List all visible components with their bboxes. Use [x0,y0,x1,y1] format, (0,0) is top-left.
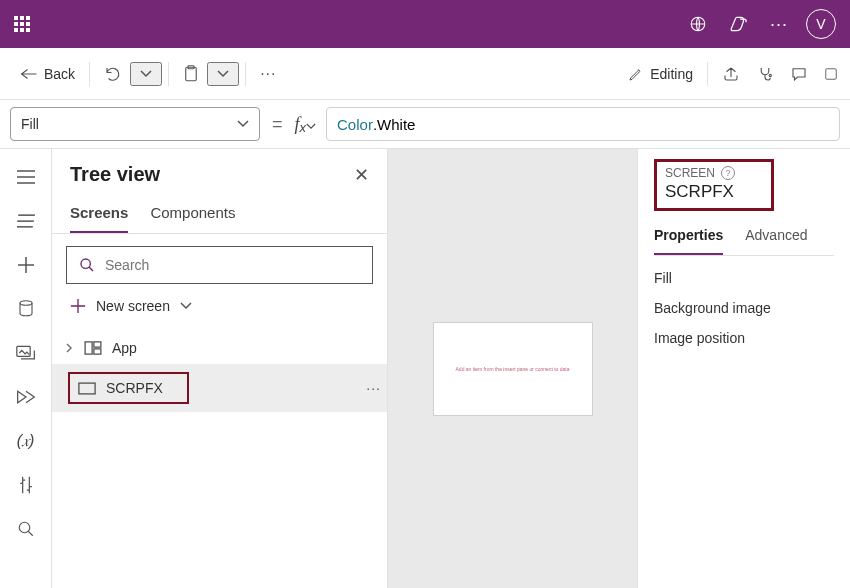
app-header: ··· V [0,0,850,48]
tab-screens[interactable]: Screens [70,198,128,233]
comments-button[interactable] [782,59,816,89]
app-icon [84,341,102,355]
command-bar: Back ··· Editing [0,48,850,100]
svg-point-8 [81,259,90,268]
tree-item-more-icon[interactable]: ··· [366,380,381,396]
variables-icon[interactable]: (𝑥) [4,421,48,461]
editing-label: Editing [650,66,693,82]
cmdbar-more-icon[interactable]: ··· [252,59,284,89]
left-rail: (𝑥) [0,149,52,588]
tree-item-label: App [112,340,137,356]
search-field[interactable] [105,257,360,273]
tools-icon[interactable] [4,465,48,505]
prop-image-position[interactable]: Image position [654,316,834,346]
tree-item-scrpfx[interactable]: SCRPFX ··· [52,364,387,412]
formula-bar: Fill = fx Color.White [0,100,850,148]
hamburger-icon[interactable] [4,157,48,197]
tree-item-label: SCRPFX [106,380,163,396]
editing-button[interactable]: Editing [620,60,701,88]
avatar[interactable]: V [806,9,836,39]
search-icon [79,257,95,273]
svg-point-5 [20,301,32,306]
search-icon[interactable] [4,509,48,549]
svg-rect-12 [79,383,95,394]
tab-components[interactable]: Components [150,198,235,233]
object-type-label: SCREEN ? [665,166,735,180]
svg-point-3 [769,74,771,76]
equals-icon: = [270,114,285,135]
tree-item-app[interactable]: App [52,332,387,364]
paste-button[interactable] [175,59,207,89]
media-icon[interactable] [4,333,48,373]
header-more-icon[interactable]: ··· [770,14,788,35]
svg-rect-11 [94,349,101,354]
property-dropdown[interactable]: Fill [10,107,260,141]
search-input[interactable] [66,246,373,284]
tree-title: Tree view [70,163,160,186]
highlight-annotation: SCRPFX [68,372,189,404]
properties-panel: SCREEN ? SCRPFX Properties Advanced Fill… [638,149,850,588]
insert-icon[interactable] [4,245,48,285]
svg-rect-9 [85,342,92,354]
app-launcher-icon[interactable] [14,16,30,32]
back-label: Back [44,66,75,82]
prop-background-image[interactable]: Background image [654,286,834,316]
power-automate-icon[interactable] [4,377,48,417]
close-icon[interactable]: ✕ [354,164,369,186]
save-button[interactable] [816,59,838,89]
prop-fill[interactable]: Fill [654,256,834,286]
svg-rect-4 [826,68,837,79]
tree-view-panel: Tree view ✕ Screens Components New scree… [52,149,388,588]
canvas-placeholder-text: Add an item from the insert pane or conn… [456,366,570,372]
screen-preview[interactable]: Add an item from the insert pane or conn… [433,322,593,416]
chevron-down-icon [237,120,249,128]
undo-button[interactable] [96,59,130,89]
tab-properties[interactable]: Properties [654,221,723,255]
svg-point-7 [19,522,30,533]
new-screen-button[interactable]: New screen [66,292,373,320]
svg-rect-10 [94,342,101,347]
main-area: (𝑥) Tree view ✕ Screens Components New s… [0,148,850,588]
data-icon[interactable] [4,289,48,329]
globe-icon[interactable] [686,12,710,36]
help-icon[interactable]: ? [721,166,735,180]
canvas[interactable]: Add an item from the insert pane or conn… [388,149,638,588]
formula-input[interactable]: Color.White [326,107,840,141]
health-button[interactable] [748,59,782,89]
chevron-down-icon [180,302,192,310]
tab-advanced[interactable]: Advanced [745,221,807,255]
highlight-annotation: SCREEN ? SCRPFX [654,159,774,211]
fx-icon[interactable]: fx [295,114,317,135]
object-name: SCRPFX [665,182,735,202]
share-button[interactable] [714,59,748,89]
copilot-icon[interactable] [728,12,752,36]
property-dropdown-value: Fill [21,116,39,132]
screen-icon [78,382,96,395]
formula-token-color: Color [337,116,373,133]
tree-view-icon[interactable] [4,201,48,241]
chevron-right-icon [64,343,74,353]
new-screen-label: New screen [96,298,170,314]
plus-icon [70,298,86,314]
undo-dropdown[interactable] [130,62,162,86]
back-button[interactable]: Back [12,60,83,88]
paste-dropdown[interactable] [207,62,239,86]
formula-token-rest: .White [373,116,416,133]
